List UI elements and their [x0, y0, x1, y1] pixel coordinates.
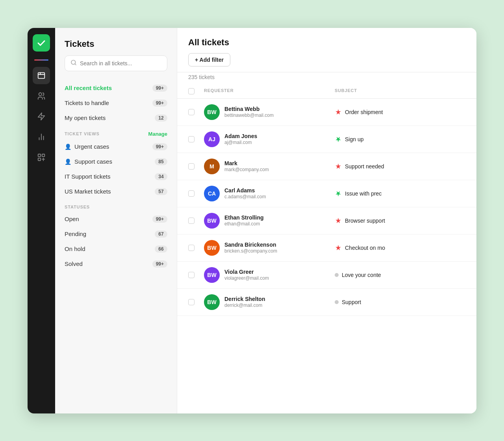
- requester-col: M Mark mark@company.com: [204, 159, 335, 174]
- row-checkbox[interactable]: [188, 218, 195, 224]
- svg-marker-4: [38, 113, 45, 120]
- requester-info: Bettina Webb bettinawebb@mail.com: [224, 106, 274, 118]
- sidebar-item-us-market[interactable]: US Market tickets 57: [55, 184, 177, 199]
- search-input[interactable]: [80, 60, 161, 66]
- requester-name: Adam Jones: [224, 133, 257, 139]
- sidebar-item-support[interactable]: 👤 Support cases 85: [55, 154, 177, 169]
- sidebar-item-urgent[interactable]: 👤 Urgent cases 99+: [55, 139, 177, 154]
- requester-name: Derrick Shelton: [224, 296, 265, 302]
- manage-link[interactable]: Manage: [148, 131, 167, 137]
- header-requester: REQUESTER: [204, 88, 335, 94]
- person-icon-2: 👤: [65, 159, 71, 165]
- table-row[interactable]: AJ Adam Jones aj@mail.com Sign up: [177, 126, 476, 153]
- table-row[interactable]: BW Viola Greer violagreer@mail.com Love …: [177, 262, 476, 289]
- badge-us-market: 57: [155, 188, 167, 195]
- svg-rect-10: [38, 158, 41, 160]
- subject-col: Issue with prec: [335, 190, 465, 197]
- nav-item-tickets[interactable]: [33, 67, 50, 84]
- subject-text: Sign up: [345, 136, 363, 142]
- row-checkbox-col: [188, 218, 204, 224]
- header-checkbox-col: [188, 88, 204, 94]
- nav-item-lightning[interactable]: [33, 108, 50, 125]
- subject-text: Browser support: [345, 218, 385, 224]
- requester-email: violagreer@mail.com: [224, 275, 269, 281]
- requester-info: Ethan Strolling ethan@mail.com: [224, 214, 264, 227]
- requester-info: Carl Adams c.adams@mail.com: [224, 187, 266, 199]
- sidebar-item-to-handle[interactable]: Tickets to handle 99+: [55, 96, 177, 111]
- sidebar-item-on-hold[interactable]: On hold 66: [55, 242, 177, 256]
- requester-col: BW Ethan Strolling ethan@mail.com: [204, 213, 335, 229]
- nav-item-reports[interactable]: [33, 128, 50, 146]
- row-checkbox[interactable]: [188, 109, 195, 115]
- nav-divider: [34, 59, 48, 61]
- requester-email: bricken.s@company.com: [224, 248, 277, 254]
- row-checkbox-col: [188, 299, 204, 305]
- tickets-count: 235 tickets: [177, 74, 476, 84]
- subject-col: Support needed: [335, 163, 465, 170]
- row-checkbox-col: [188, 245, 204, 251]
- statuses-label: STATUSES: [55, 199, 177, 212]
- sidebar-item-my-open[interactable]: My open tickets 12: [55, 111, 177, 125]
- svg-rect-0: [38, 72, 45, 78]
- avatar: BW: [204, 104, 220, 120]
- subject-text: Checkout on mo: [345, 245, 385, 251]
- subject-text: Order shipment: [345, 109, 383, 115]
- table-row[interactable]: CA Carl Adams c.adams@mail.com Issue wit…: [177, 180, 476, 207]
- requester-name: Carl Adams: [224, 187, 266, 194]
- table-row[interactable]: BW Sandra Birickenson bricken.s@company.…: [177, 234, 476, 262]
- select-all-checkbox[interactable]: [188, 88, 195, 94]
- subject-col: Checkout on mo: [335, 244, 465, 251]
- sidebar-item-all-recent[interactable]: All recent tickets 99+: [55, 81, 177, 96]
- sidebar-header: Tickets: [55, 28, 177, 77]
- badge-solved: 99+: [152, 260, 167, 268]
- row-checkbox[interactable]: [188, 163, 195, 170]
- requester-info: Derrick Shelton derrick@mail.com: [224, 296, 265, 308]
- badge-it-support: 34: [155, 173, 167, 180]
- svg-rect-8: [38, 154, 41, 156]
- requester-col: BW Bettina Webb bettinawebb@mail.com: [204, 104, 335, 120]
- requester-col: CA Carl Adams c.adams@mail.com: [204, 186, 335, 201]
- sidebar-item-it-support[interactable]: IT Support tickets 34: [55, 169, 177, 184]
- row-checkbox[interactable]: [188, 136, 195, 142]
- add-filter-button[interactable]: + Add filter: [188, 53, 230, 66]
- app-logo[interactable]: [33, 34, 50, 52]
- row-checkbox[interactable]: [188, 190, 195, 197]
- requester-email: mark@company.com: [224, 167, 269, 172]
- person-icon: 👤: [65, 144, 71, 150]
- subject-col: Sign up: [335, 136, 465, 143]
- requester-name: Viola Greer: [224, 269, 269, 275]
- row-checkbox[interactable]: [188, 272, 195, 278]
- sidebar-item-pending[interactable]: Pending 67: [55, 227, 177, 242]
- nav-item-contacts[interactable]: [33, 87, 50, 105]
- ticket-views-label: TICKET VIEWS Manage: [55, 125, 177, 139]
- subject-col: Love your conte: [335, 272, 465, 278]
- table-row[interactable]: BW Derrick Shelton derrick@mail.com Supp…: [177, 289, 476, 316]
- row-checkbox[interactable]: [188, 245, 195, 251]
- subject-text: Love your conte: [342, 272, 381, 278]
- sidebar-item-open[interactable]: Open 99+: [55, 212, 177, 227]
- subject-text: Support: [342, 299, 361, 305]
- badge-urgent: 99+: [152, 143, 167, 150]
- requester-info: Adam Jones aj@mail.com: [224, 133, 257, 145]
- requester-col: BW Sandra Birickenson bricken.s@company.…: [204, 240, 335, 256]
- svg-point-3: [39, 92, 42, 95]
- row-checkbox-col: [188, 272, 204, 278]
- avatar: CA: [204, 186, 220, 201]
- table-row[interactable]: BW Bettina Webb bettinawebb@mail.com Ord…: [177, 99, 476, 126]
- avatar: AJ: [204, 131, 220, 147]
- badge-to-handle: 99+: [152, 100, 167, 107]
- row-checkbox[interactable]: [188, 299, 195, 305]
- table-row[interactable]: M Mark mark@company.com Support needed: [177, 153, 476, 180]
- search-bar[interactable]: [65, 55, 167, 71]
- subject-col: Browser support: [335, 217, 465, 224]
- sidebar-item-solved[interactable]: Solved 99+: [55, 256, 177, 271]
- main-title: All tickets: [188, 37, 465, 48]
- requester-email: derrick@mail.com: [224, 303, 265, 308]
- row-checkbox-col: [188, 136, 204, 142]
- avatar: BW: [204, 267, 220, 283]
- requester-email: aj@mail.com: [224, 140, 257, 145]
- subject-col: Support: [335, 299, 465, 305]
- nav-item-apps[interactable]: [33, 149, 50, 166]
- table-row[interactable]: BW Ethan Strolling ethan@mail.com Browse…: [177, 207, 476, 234]
- row-checkbox-col: [188, 190, 204, 197]
